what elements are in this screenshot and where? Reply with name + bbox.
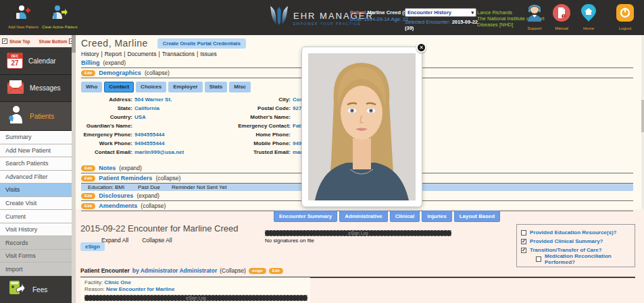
field-label: Contact Email:: [81, 148, 132, 157]
provided-education-resources-checkbox[interactable]: [521, 230, 526, 236]
tab-clinical[interactable]: Clinical: [390, 211, 420, 222]
show-bottom-label: Show Bottom: [39, 39, 68, 44]
sidebar-item-import[interactable]: Import: [0, 263, 72, 276]
logout-button[interactable]: Logout: [612, 3, 639, 30]
disclosures-edit-button[interactable]: Edit: [81, 193, 95, 199]
sidebar-item-messages[interactable]: Messages: [0, 75, 72, 102]
patient-label: Patient: [350, 9, 366, 16]
no-signatures-text: No signatures on file: [265, 238, 451, 244]
sidebar-item-search-patients[interactable]: Search Patients: [0, 157, 72, 171]
home-label: Home: [583, 26, 594, 30]
tab-choices[interactable]: Choices: [136, 82, 166, 92]
tab-injuries[interactable]: Injuries: [422, 211, 451, 222]
link-separator: |: [158, 51, 159, 57]
link-history[interactable]: History: [81, 51, 99, 57]
show-top-checkbox[interactable]: ✓: [2, 38, 7, 44]
reason-value[interactable]: New Encounter for Marline: [106, 286, 174, 292]
checklist-label: Provided Education Resource(s)?: [530, 229, 616, 236]
fees-icon: [8, 279, 26, 300]
demographics-collapse-hint: (collapse): [145, 70, 170, 76]
sidebar-menu: Summary Add New Patient Search Patients …: [0, 131, 72, 276]
sidebar-item-advanced-filter[interactable]: Advanced Filter: [0, 171, 72, 184]
provided-clinical-summary-checkbox[interactable]: ✓: [521, 239, 526, 244]
sidebar-item-add-new-patient[interactable]: Add New Patient: [0, 144, 72, 158]
transition-transfer-of-care-checkbox[interactable]: ✓: [521, 248, 526, 253]
esign-button[interactable]: eSign: [80, 242, 105, 251]
tab-layout-based[interactable]: Layout Based: [454, 211, 500, 222]
sidebar-item-current[interactable]: Current: [0, 210, 72, 223]
create-onsite-portal-credentials-button[interactable]: Create Onsite Portal Credentials: [157, 38, 246, 49]
sidebar-item-calendar[interactable]: DEC 27 Calendar: [0, 47, 72, 75]
demographics-section-toggle[interactable]: Demographics: [99, 70, 141, 76]
encounter-title: 2015-09-22 Encounter for Marline Creed: [80, 223, 238, 233]
panel-scrollbar-thumb[interactable]: [641, 100, 644, 132]
esign-log-bar: eSign Log: [265, 230, 451, 236]
fees-label: Fees: [32, 286, 47, 294]
sidebar-item-create-visit[interactable]: Create Visit: [0, 197, 72, 211]
collapse-all-link[interactable]: Collapse All: [142, 237, 172, 244]
sidebar-item-visits[interactable]: Visits: [0, 184, 72, 197]
field-label: Address:: [81, 95, 132, 104]
close-icon[interactable]: ✕: [416, 43, 426, 53]
encounter-checklist-panel: Provided Education Resource(s)? ✓ Provid…: [516, 224, 635, 267]
page-title: Creed, Marline: [81, 38, 148, 49]
link-report[interactable]: Report: [105, 51, 122, 57]
link-separator: |: [197, 51, 198, 57]
manual-label: Manual: [555, 26, 568, 30]
patient-reminders-section-toggle[interactable]: Patient Reminders: [99, 175, 152, 182]
expand-all-link[interactable]: Expand All: [101, 237, 128, 244]
sidebar-item-visit-history[interactable]: Visit History: [0, 223, 72, 237]
link-documents[interactable]: Documents: [127, 51, 156, 57]
facility-value[interactable]: Clinic One: [104, 279, 131, 285]
amendments-edit-button[interactable]: Edit: [81, 203, 95, 209]
clear-active-patient-icon: [51, 4, 68, 24]
medication-reconciliation-checkbox[interactable]: [536, 256, 541, 262]
billing-section-toggle[interactable]: Billing: [81, 59, 100, 66]
tab-administrative[interactable]: Administrative: [339, 211, 388, 222]
sidebar-item-patients[interactable]: Patients: [0, 102, 72, 131]
demographics-edit-button[interactable]: Edit: [81, 70, 95, 76]
tab-contact[interactable]: Contact: [104, 82, 134, 92]
tab-stats[interactable]: Stats: [205, 82, 228, 92]
clear-active-patient-button[interactable]: Clear Active Patient: [42, 4, 77, 29]
logout-power-icon: [616, 3, 635, 25]
support-button[interactable]: Support: [521, 3, 548, 30]
field-label: Emergency Contact:: [216, 121, 291, 130]
home-button[interactable]: Home: [575, 3, 602, 30]
link-transactions[interactable]: Transactions: [162, 51, 195, 57]
patient-encounter-edit-pill[interactable]: Edit: [269, 268, 283, 274]
sidebar-item-fees[interactable]: Fees: [0, 276, 72, 303]
field-value: 9494555444: [134, 130, 214, 139]
calendar-icon: DEC 27: [7, 53, 23, 69]
header-patient-info: Patient Marline Creed (5) DOB: 1994-09-1…: [350, 9, 412, 23]
reason-label: Reason:: [84, 286, 105, 292]
sidebar-item-records[interactable]: Records: [0, 236, 72, 250]
notes-edit-button[interactable]: Edit: [81, 165, 95, 171]
patient-encounter-author[interactable]: by Administrator Administrator: [132, 267, 217, 274]
patient-encounter-esign-pill[interactable]: esign: [249, 268, 266, 274]
disclosures-section-toggle[interactable]: Disclosures: [99, 192, 133, 199]
encounter-history-select[interactable]: Encounter History ▾: [405, 8, 476, 17]
tab-who[interactable]: Who: [81, 82, 102, 92]
show-top-label: Show Top: [9, 39, 30, 44]
field-value: [134, 121, 214, 130]
support-label: Support: [527, 26, 541, 30]
checklist-label: Medication Reconciliation Performed?: [545, 253, 630, 265]
notes-section-toggle[interactable]: Notes: [99, 165, 116, 171]
encounter-detail-panel: Facility: Clinic One Reason: New Encount…: [80, 277, 310, 303]
manual-button[interactable]: Manual: [548, 3, 575, 30]
calendar-label: Calendar: [28, 57, 56, 65]
panel-scrollbar[interactable]: [641, 35, 644, 209]
sidebar-item-summary[interactable]: Summary: [0, 131, 72, 144]
field-value: 9494555444: [134, 139, 214, 148]
sidebar-item-visit-forms[interactable]: Visit Forms: [0, 250, 72, 263]
field-value: California: [134, 104, 214, 113]
tab-employer[interactable]: Employer: [168, 82, 202, 92]
tab-encounter-summary[interactable]: Encounter Summary: [274, 211, 337, 222]
patient-reminders-edit-button[interactable]: Edit: [81, 175, 95, 182]
link-issues[interactable]: Issues: [200, 51, 217, 57]
add-new-patient-button[interactable]: Add New Patient: [8, 4, 39, 29]
chevron-down-icon: ▾: [471, 10, 474, 16]
tab-misc[interactable]: Misc: [229, 82, 251, 92]
amendments-section-toggle[interactable]: Amendments: [99, 202, 137, 209]
